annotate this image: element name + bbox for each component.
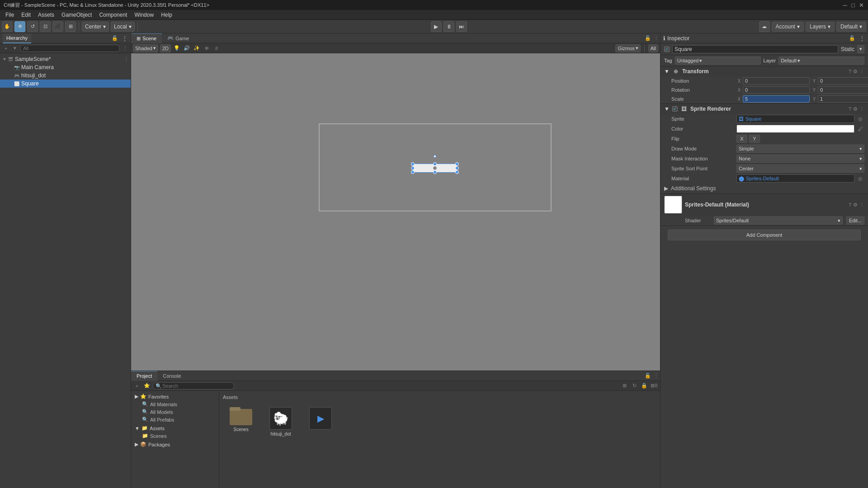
menu-edit[interactable]: Edit <box>18 11 34 19</box>
handle-tm[interactable] <box>433 162 437 166</box>
shading-mode-dropdown[interactable]: Shaded ▾ <box>133 44 158 52</box>
tab-hierarchy[interactable]: Hierarchy <box>3 33 31 43</box>
gizmos-dropdown[interactable]: Gizmos ▾ <box>615 44 640 52</box>
project-view-icon[interactable]: ⊞ <box>620 382 628 390</box>
hierarchy-lock-icon[interactable]: 🔓 <box>112 35 118 41</box>
pivot-local-dropdown[interactable]: Local ▾ <box>111 22 135 32</box>
hierarchy-item-square[interactable]: ▶ ⬜ Square <box>0 80 131 88</box>
project-search-input[interactable] <box>153 382 234 389</box>
draw-mode-dropdown[interactable]: Simple ▾ <box>736 145 864 153</box>
play-button[interactable]: ▶ <box>431 21 442 32</box>
hierarchy-search-button[interactable]: ▾ <box>11 44 19 52</box>
project-lock2-icon[interactable]: 🔒 <box>640 382 648 390</box>
project-count-icon[interactable]: ⊠8 <box>650 382 658 390</box>
hand-tool-button[interactable]: ✋ <box>2 21 13 32</box>
move-tool-button[interactable]: ✥ <box>14 21 25 32</box>
sprite-picker-icon[interactable]: ◎ <box>856 115 864 123</box>
menu-component[interactable]: Component <box>95 11 131 19</box>
sprite-square[interactable] <box>412 164 458 173</box>
handle-tr[interactable] <box>455 162 459 166</box>
project-add-button[interactable]: + <box>133 382 141 390</box>
scene-audio-icon[interactable]: 🔊 <box>183 44 191 52</box>
transform-more-icon[interactable]: ⋮ <box>859 69 864 75</box>
transform-header[interactable]: ▼ ⊕ Transform ? ⚙ ⋮ <box>660 66 868 76</box>
close-button[interactable]: ✕ <box>858 2 864 8</box>
maximize-button[interactable]: □ <box>850 2 856 8</box>
scene-effects-icon[interactable]: ✨ <box>193 44 201 52</box>
mask-interaction-dropdown[interactable]: None ▾ <box>736 155 864 163</box>
flip-x-button[interactable]: X <box>736 135 747 143</box>
sprite-renderer-more-icon[interactable]: ⋮ <box>859 106 864 112</box>
project-lock-icon[interactable]: 🔓 <box>644 372 652 380</box>
handle-ml[interactable] <box>411 166 415 170</box>
hierarchy-search-input[interactable] <box>20 45 120 52</box>
scene-grid-icon[interactable]: # <box>212 44 221 52</box>
scene-view[interactable] <box>131 53 660 371</box>
project-refresh-icon[interactable]: ↻ <box>630 382 638 390</box>
favorites-all-prefabs[interactable]: 🔍 All Prefabs <box>133 416 217 423</box>
tab-project[interactable]: Project <box>131 371 157 381</box>
material-more-icon[interactable]: ⋮ <box>859 202 864 208</box>
flip-y-button[interactable]: Y <box>749 135 760 143</box>
tab-console[interactable]: Console <box>157 371 186 381</box>
samplescene-dots-icon[interactable]: ⋮ <box>124 56 129 62</box>
object-active-checkbox[interactable] <box>664 47 670 52</box>
handle-tl[interactable] <box>411 162 415 166</box>
material-help-icon[interactable]: ? <box>849 202 851 207</box>
project-star-button[interactable]: ⭐ <box>143 382 151 390</box>
hierarchy-item-maincamera[interactable]: ▶ 📷 Main Camera <box>0 63 131 71</box>
hierarchy-item-samplescene[interactable]: ▼ 🎬 SampleScene* ⋮ <box>0 55 131 63</box>
2d-view-button[interactable]: 2D <box>160 44 171 52</box>
handle-br[interactable] <box>455 170 459 174</box>
scene-hidden-icon[interactable]: 👁 <box>203 44 211 52</box>
step-button[interactable]: ⏭ <box>456 21 467 32</box>
sprite-renderer-help-icon[interactable]: ? <box>849 106 851 112</box>
menu-assets[interactable]: Assets <box>34 11 58 19</box>
favorites-header[interactable]: ▶ ⭐ Favorites <box>133 393 217 400</box>
inspector-menu-icon[interactable]: ⋮ <box>859 35 865 42</box>
position-x-input[interactable] <box>743 77 810 84</box>
menu-help[interactable]: Help <box>157 11 176 19</box>
account-dropdown[interactable]: Account ▾ <box>772 22 804 32</box>
scene-panel-lock-icon[interactable]: 🔓 <box>644 34 652 42</box>
pause-button[interactable]: ⏸ <box>443 21 454 32</box>
material-value[interactable]: ⬤ Sprites-Default <box>736 174 854 183</box>
rotation-y-input[interactable] <box>818 86 868 94</box>
transform-settings-icon[interactable]: ⚙ <box>853 69 858 75</box>
rotate-tool-button[interactable]: ↺ <box>27 21 38 32</box>
scale-tool-button[interactable]: ⊡ <box>40 21 51 32</box>
handle-bl[interactable] <box>411 170 415 174</box>
add-component-button[interactable]: Add Component <box>668 230 861 240</box>
favorites-all-models[interactable]: 🔍 All Models <box>133 408 217 416</box>
shader-edit-button[interactable]: Edit... <box>846 216 864 225</box>
material-settings-icon[interactable]: ⚙ <box>853 202 858 208</box>
pivot-center-dropdown[interactable]: Center ▾ <box>82 22 109 32</box>
assets-scenes-item[interactable]: 📁 Scenes <box>133 432 217 440</box>
sprite-renderer-header[interactable]: ▼ 🖼 Sprite Renderer ? ⚙ ⋮ <box>660 104 868 114</box>
asset-animation-play[interactable]: ▶ <box>302 405 339 438</box>
scale-y-input[interactable] <box>818 95 868 103</box>
menu-file[interactable]: File <box>2 11 18 19</box>
rotation-x-input[interactable] <box>743 86 810 94</box>
layer-dropdown[interactable]: Default ▾ <box>778 56 864 65</box>
scene-search-all[interactable]: All <box>648 44 658 52</box>
sprite-value[interactable]: 🖼 Square <box>736 115 854 123</box>
hierarchy-options-icon[interactable]: ⋮ <box>121 44 129 52</box>
project-menu-icon[interactable]: ⋮ <box>652 372 660 380</box>
sprite-renderer-settings-icon[interactable]: ⚙ <box>853 106 858 112</box>
sprite-renderer-active-checkbox[interactable] <box>672 106 678 112</box>
color-swatch[interactable] <box>736 125 854 133</box>
transform-help-icon[interactable]: ? <box>849 69 851 74</box>
static-dropdown[interactable]: ▾ <box>857 45 864 53</box>
scene-light-icon[interactable]: 💡 <box>173 44 181 52</box>
inspector-lock-icon[interactable]: 🔓 <box>849 35 855 41</box>
layers-dropdown[interactable]: Layers ▾ <box>806 22 835 32</box>
hierarchy-add-button[interactable]: + <box>2 44 10 52</box>
tag-dropdown[interactable]: Untagged ▾ <box>675 56 761 65</box>
cloud-button[interactable]: ☁ <box>759 21 770 32</box>
menu-gameobject[interactable]: GameObject <box>58 11 95 19</box>
object-name-input[interactable] <box>672 45 838 53</box>
position-y-input[interactable] <box>818 77 868 84</box>
hierarchy-item-hitsuji[interactable]: ▶ 🎮 hitsuji_dot <box>0 71 131 80</box>
asset-scenes-folder[interactable]: Scenes <box>223 405 259 438</box>
